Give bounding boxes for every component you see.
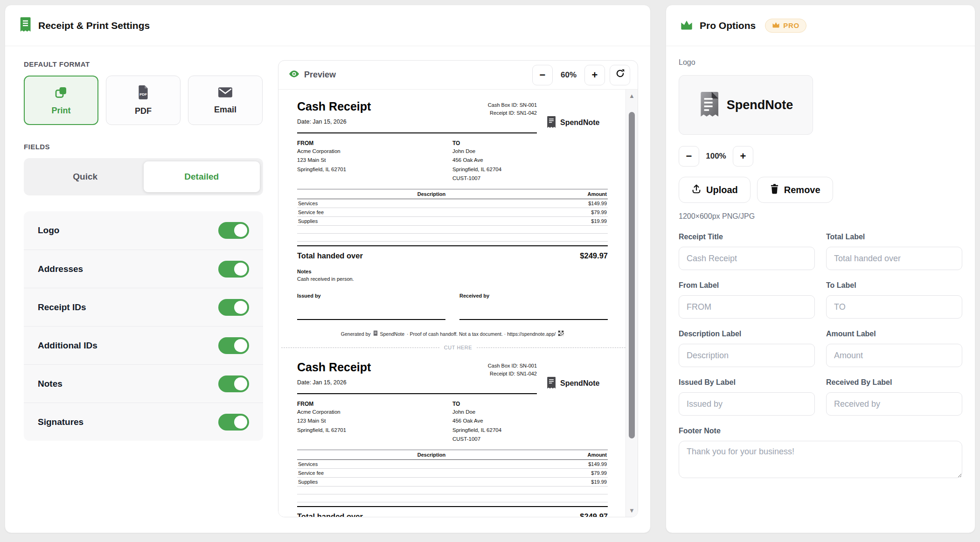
field-to-label: To Label xyxy=(826,281,962,319)
field-label: Issued By Label xyxy=(679,378,815,387)
footer-receipt-icon xyxy=(373,330,378,337)
to-line: CUST-1007 xyxy=(452,174,608,182)
settings-body: DEFAULT FORMAT Print PDF PDF xyxy=(5,46,650,517)
to-line: Springfield, IL 62704 xyxy=(452,426,608,434)
receipt-ids-toggle[interactable] xyxy=(218,299,249,316)
toggle-row-receipt-ids: Receipt IDs xyxy=(24,288,263,326)
received-by-label-input[interactable] xyxy=(826,392,962,416)
preview-header: Preview − 60% + xyxy=(278,61,638,90)
logo-section-label: Logo xyxy=(679,58,962,67)
from-line: 123 Main St xyxy=(297,417,452,425)
toggle-row-notes: Notes xyxy=(24,364,263,403)
total-value: $249.97 xyxy=(580,251,608,260)
format-option-print[interactable]: Print xyxy=(24,76,98,125)
field-label: From Label xyxy=(679,281,815,290)
table-row: Service fee $79.99 xyxy=(297,208,608,217)
logo-scale-stepper: − 100% + xyxy=(679,146,962,167)
from-line: 123 Main St xyxy=(297,156,452,164)
tab-detailed[interactable]: Detailed xyxy=(144,161,260,192)
receipt-document: Cash Receipt Date: Jan 15, 2026 Cash Box… xyxy=(297,361,608,517)
additional-ids-toggle[interactable] xyxy=(218,337,249,354)
receipt-title-input[interactable] xyxy=(679,247,815,270)
receipt-document: Cash Receipt Date: Jan 15, 2026 Cash Box… xyxy=(297,100,608,337)
preview-scrollbar: ▲ ▼ xyxy=(626,90,638,517)
to-label-input[interactable] xyxy=(826,295,962,319)
field-description-label: Description Label xyxy=(679,330,815,367)
zoom-in-button[interactable]: + xyxy=(584,65,605,85)
total-label: Total handed over xyxy=(297,512,363,517)
remove-button-label: Remove xyxy=(784,185,820,195)
toggle-row-addresses: Addresses xyxy=(24,250,263,288)
table-row-empty xyxy=(297,226,608,234)
footer-note-textarea[interactable] xyxy=(679,441,962,478)
tab-quick[interactable]: Quick xyxy=(27,161,144,192)
toggle-row-logo: Logo xyxy=(24,211,263,250)
crown-icon xyxy=(680,19,693,32)
row-description: Supplies xyxy=(298,479,565,485)
field-amount-label: Amount Label xyxy=(826,330,962,367)
logo-scale-decrease-button[interactable]: − xyxy=(679,146,699,167)
column-header-amount: Amount xyxy=(565,191,607,197)
footer-brand: SpendNote xyxy=(380,331,405,337)
pro-badge-label: PRO xyxy=(783,21,799,29)
spendnote-logo-icon xyxy=(699,91,720,119)
total-label-input[interactable] xyxy=(826,247,962,270)
logo-toggle[interactable] xyxy=(218,222,249,239)
from-line: Springfield, IL 62701 xyxy=(297,166,452,174)
row-description: Service fee xyxy=(298,470,565,476)
format-option-label: Print xyxy=(51,106,70,116)
pro-options-header: Pro Options PRO xyxy=(666,5,975,46)
table-row: Supplies $19.99 xyxy=(297,217,608,226)
table-row: Supplies $19.99 xyxy=(297,478,608,486)
pro-options-body: Logo SpendNote − 100% xyxy=(666,46,975,480)
zoom-out-button[interactable]: − xyxy=(532,65,553,85)
preview-panel: Preview − 60% + xyxy=(278,60,638,517)
total-label: Total handed over xyxy=(297,251,363,260)
notes-toggle[interactable] xyxy=(218,375,249,392)
receipt-copy-2: Cash Receipt Date: Jan 15, 2026 Cash Box… xyxy=(278,361,638,517)
to-label: TO xyxy=(452,140,608,146)
toggle-row-signatures: Signatures xyxy=(24,403,263,441)
receipt-id: Receipt ID: SN1-042 xyxy=(488,109,537,117)
to-line: John Doe xyxy=(452,147,608,155)
from-line: Acme Corporation xyxy=(297,147,452,155)
format-option-email[interactable]: Email xyxy=(188,76,263,125)
logo-brand-name: SpendNote xyxy=(727,98,793,112)
copy-icon xyxy=(54,85,68,101)
scroll-up-arrow[interactable]: ▲ xyxy=(626,92,638,99)
row-amount: $149.99 xyxy=(565,201,607,206)
toggle-label: Addresses xyxy=(38,264,83,274)
addresses-toggle[interactable] xyxy=(218,261,249,278)
file-pdf-icon: PDF xyxy=(137,85,149,102)
toggle-label: Logo xyxy=(38,225,59,236)
issued-by-label-input[interactable] xyxy=(679,392,815,416)
trash-icon xyxy=(770,184,779,196)
scroll-down-arrow[interactable]: ▼ xyxy=(626,507,638,514)
field-issued-by-label: Issued By Label xyxy=(679,378,815,416)
preview-zoom-controls: − 60% + xyxy=(532,65,630,85)
remove-button[interactable]: Remove xyxy=(757,177,833,203)
signatures-toggle[interactable] xyxy=(218,414,249,431)
table-row: Service fee $79.99 xyxy=(297,469,608,478)
format-option-pdf[interactable]: PDF PDF xyxy=(106,76,181,125)
upload-icon xyxy=(691,184,702,196)
footer-generated-by: Generated by xyxy=(341,331,371,337)
field-received-by-label: Received By Label xyxy=(826,378,962,416)
row-amount: $79.99 xyxy=(565,209,607,215)
from-label-input[interactable] xyxy=(679,295,815,319)
upload-button[interactable]: Upload xyxy=(679,177,751,203)
receipt-divider xyxy=(297,393,537,394)
toggle-label: Notes xyxy=(38,379,63,389)
scrollbar-thumb[interactable] xyxy=(629,112,635,438)
to-line: 456 Oak Ave xyxy=(452,417,608,425)
amount-label-input[interactable] xyxy=(826,344,962,367)
pro-badge: PRO xyxy=(765,19,806,33)
receipt-id: Receipt ID: SN1-042 xyxy=(488,370,537,378)
refresh-button[interactable] xyxy=(610,65,630,85)
row-description: Services xyxy=(298,201,565,206)
footer-note-field: Footer Note xyxy=(679,427,962,480)
description-label-input[interactable] xyxy=(679,344,815,367)
field-label: Amount Label xyxy=(826,330,962,338)
logo-scale-increase-button[interactable]: + xyxy=(733,146,753,167)
receipt-divider xyxy=(297,132,537,133)
